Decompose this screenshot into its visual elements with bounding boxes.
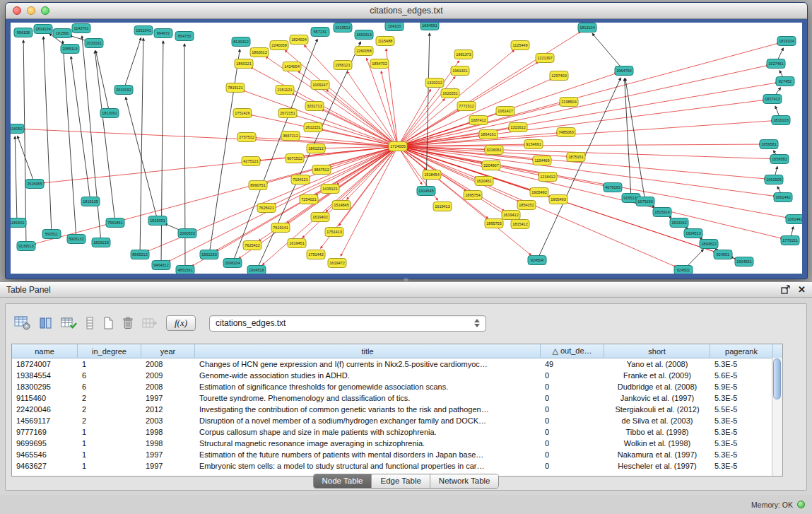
graph-node[interactable]: 1819152	[670, 218, 688, 228]
window-titlebar[interactable]: citations_edges.txt	[6, 3, 807, 19]
graph-node[interactable]: 1819133	[92, 238, 110, 247]
graph-node[interactable]: 2240058	[270, 41, 288, 50]
graph-node[interactable]: 1895755	[485, 219, 503, 228]
table-selector-dropdown[interactable]: citations_edges.txt	[209, 315, 486, 332]
graph-node[interactable]: 924502	[674, 266, 693, 274]
graph-node[interactable]: 1813104	[578, 23, 596, 33]
graph-node[interactable]: 2204907	[482, 161, 500, 170]
graph-node[interactable]: 927452	[776, 77, 794, 86]
graph-node[interactable]: 7485083	[557, 128, 575, 137]
column-header-4[interactable]: △ out_de…	[541, 344, 604, 358]
graph-node[interactable]: 2198504	[560, 98, 578, 107]
graph-node[interactable]: 1061427	[496, 107, 514, 116]
graph-node[interactable]: 2612151	[304, 123, 322, 132]
graph-node[interactable]: 1619451	[288, 239, 306, 248]
graph-node[interactable]: 1620451	[475, 177, 493, 186]
graph-node[interactable]: 1956121	[334, 61, 352, 70]
graph-node[interactable]: 1620251	[441, 89, 459, 98]
column-header-1[interactable]: in_degree	[78, 344, 141, 358]
graph-node[interactable]: 1724005	[389, 142, 407, 151]
graph-node[interactable]: 4275121	[242, 157, 260, 166]
graph-node[interactable]: 1824004	[290, 35, 308, 45]
window-close-button[interactable]	[13, 6, 21, 15]
graph-node[interactable]: 2526955	[25, 180, 44, 189]
graph-node[interactable]: 1813091	[100, 109, 119, 118]
graph-node[interactable]: 8130412	[232, 37, 250, 47]
graph-node[interactable]: 1216412	[539, 173, 557, 182]
graph-node[interactable]: 1816104	[777, 37, 796, 46]
graph-node[interactable]: 1861212	[307, 144, 325, 153]
row-tools-icon[interactable]	[85, 314, 95, 332]
graph-node[interactable]: 1115488	[376, 37, 394, 46]
graph-node[interactable]: 7771512	[457, 102, 476, 111]
graph-node[interactable]: 1514845	[332, 201, 351, 210]
column-header-5[interactable]: short	[604, 344, 710, 358]
table-row[interactable]: 2242004622012Investigating the contribut…	[12, 404, 782, 415]
graph-node[interactable]: 1927451	[767, 59, 785, 69]
graph-node[interactable]: 9139513	[17, 242, 35, 251]
graph-node[interactable]: 1320212	[425, 78, 444, 88]
graph-node[interactable]: 2060503	[178, 229, 196, 238]
graph-node[interactable]: 1919513	[334, 23, 352, 33]
network-graph[interactable]: 9961081814104191566114379120551132033191…	[11, 23, 802, 274]
graph-node[interactable]: 1964794	[615, 66, 633, 76]
graph-node[interactable]: 7625422	[243, 241, 261, 250]
graph-node[interactable]: 1905492	[530, 188, 548, 197]
graph-node[interactable]: 1904551	[735, 257, 753, 267]
graph-node[interactable]: 7561851	[106, 218, 124, 228]
tab-node-table[interactable]: Node Table	[314, 474, 372, 488]
graph-node[interactable]: 191566	[53, 29, 71, 38]
close-panel-icon[interactable]: ✕	[798, 285, 806, 294]
table-row[interactable]: 969969511998Structural magnetic resonanc…	[12, 438, 782, 449]
scrollbar-thumb[interactable]	[773, 358, 781, 399]
function-builder-button[interactable]: f(x)	[166, 315, 196, 331]
graph-node[interactable]: 1651041	[134, 26, 153, 35]
graph-node[interactable]: 996108	[14, 28, 33, 37]
table-row[interactable]: 1830029562008Estimation of significance …	[12, 381, 782, 392]
edit-table-icon[interactable]	[61, 314, 77, 332]
graph-node[interactable]: 4851561	[176, 266, 194, 274]
graph-node[interactable]: 2033191	[85, 39, 103, 48]
graph-node[interactable]: 3867512	[312, 165, 331, 175]
graph-node[interactable]: 2016050	[11, 124, 24, 134]
graph-node[interactable]: 9464312	[152, 261, 170, 270]
graph-node[interactable]: 2260058	[355, 47, 373, 56]
graph-node[interactable]: 1981373	[454, 50, 473, 59]
graph-node[interactable]: 7625421	[257, 204, 276, 213]
graph-node[interactable]: 1659582	[770, 155, 789, 164]
graph-node[interactable]: 9154691	[524, 140, 543, 149]
graph-node[interactable]: 994672	[154, 29, 172, 38]
graph-node[interactable]: 924501	[714, 250, 732, 259]
tab-network-table[interactable]: Network Table	[430, 474, 499, 488]
column-header-0[interactable]: name	[12, 344, 78, 358]
table-row[interactable]: 977716911998Corpus callosum shape and si…	[12, 426, 782, 438]
graph-node[interactable]: 2757512	[237, 133, 256, 142]
graph-node[interactable]: 590511	[42, 230, 61, 239]
graph-node[interactable]: 1864161	[479, 130, 498, 139]
window-minimize-button[interactable]	[27, 6, 35, 15]
graph-node[interactable]: 1125449	[511, 41, 529, 50]
graph-node[interactable]: 1687412	[469, 116, 488, 125]
table-settings-icon[interactable]	[14, 314, 31, 332]
graph-node[interactable]: 1914545	[417, 187, 435, 196]
column-header-3[interactable]: title	[195, 344, 541, 358]
show-columns-icon[interactable]	[39, 314, 53, 332]
graph-node[interactable]: 1904518	[247, 266, 266, 274]
table-row[interactable]: 1872400712008Changes of HCN gene express…	[12, 358, 782, 370]
graph-node[interactable]: 1619412	[502, 211, 520, 220]
graph-node[interactable]: 1863012	[250, 48, 269, 57]
graph-node[interactable]: 1061509	[765, 175, 783, 185]
graph-node[interactable]: 1661442	[774, 193, 792, 202]
graph-node[interactable]: 1143791	[72, 24, 90, 33]
graph-node[interactable]: 7154121	[291, 175, 310, 185]
network-canvas[interactable]: 9961081814104191566114379120551132033191…	[11, 23, 802, 274]
graph-node[interactable]: 1679193	[636, 197, 654, 206]
graph-node[interactable]: 1770151	[781, 236, 799, 245]
graph-node[interactable]: 1651913	[355, 30, 373, 40]
graph-node[interactable]: 2151121	[276, 86, 294, 95]
column-header-6[interactable]: pagerank	[710, 344, 773, 358]
graph-node[interactable]: 8965212	[131, 250, 149, 259]
graph-node[interactable]: 8990751	[249, 181, 267, 190]
graph-node[interactable]: 1819135	[81, 197, 100, 206]
float-panel-icon[interactable]	[781, 281, 791, 299]
